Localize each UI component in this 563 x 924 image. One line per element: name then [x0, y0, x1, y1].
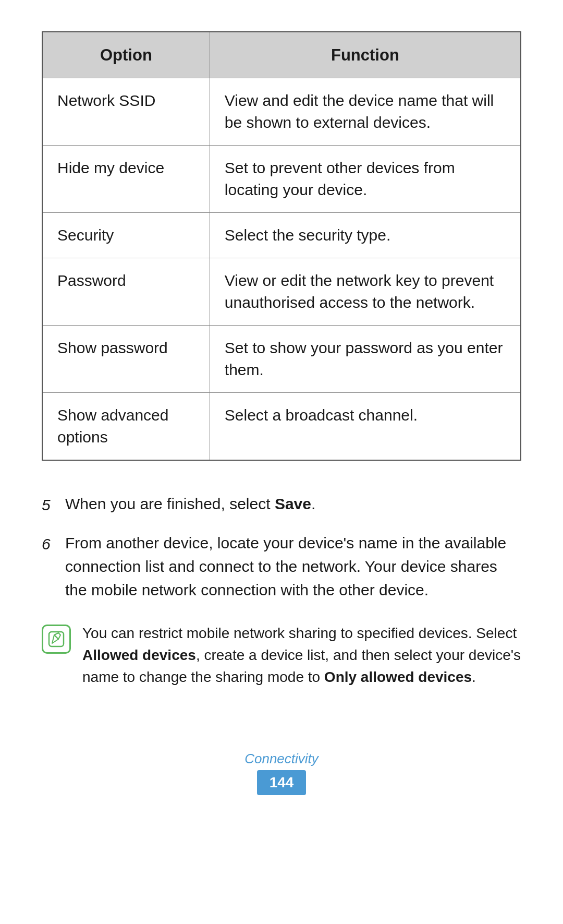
options-table: Option Function Network SSID View and ed… — [42, 31, 521, 461]
footer: Connectivity 144 — [42, 751, 521, 795]
pencil-icon — [47, 630, 66, 649]
table-row: Show password Set to show your password … — [42, 326, 521, 393]
step-5-text: When you are finished, select Save. — [65, 492, 315, 515]
step-number-6: 6 — [42, 531, 65, 556]
option-security: Security — [42, 213, 210, 258]
function-password: View or edit the network key to prevent … — [210, 258, 521, 326]
option-show-advanced: Show advanced options — [42, 393, 210, 461]
option-show-password: Show password — [42, 326, 210, 393]
table-row: Security Select the security type. — [42, 213, 521, 258]
step-number-5: 5 — [42, 492, 65, 517]
note-text: You can restrict mobile network sharing … — [82, 622, 521, 688]
step-6: 6 From another device, locate your devic… — [42, 531, 521, 602]
table-row: Password View or edit the network key to… — [42, 258, 521, 326]
function-show-password: Set to show your password as you enter t… — [210, 326, 521, 393]
function-network-ssid: View and edit the device name that will … — [210, 78, 521, 146]
function-show-advanced: Select a broadcast channel. — [210, 393, 521, 461]
function-hide-my-device: Set to prevent other devices from locati… — [210, 146, 521, 213]
table-row: Hide my device Set to prevent other devi… — [42, 146, 521, 213]
table-row: Show advanced options Select a broadcast… — [42, 393, 521, 461]
note-icon — [42, 625, 71, 654]
note-box: You can restrict mobile network sharing … — [42, 622, 521, 688]
table-header-option: Option — [42, 32, 210, 78]
footer-page-number: 144 — [257, 770, 307, 795]
table-row: Network SSID View and edit the device na… — [42, 78, 521, 146]
option-network-ssid: Network SSID — [42, 78, 210, 146]
steps-section: 5 When you are finished, select Save. 6 … — [42, 492, 521, 602]
option-hide-my-device: Hide my device — [42, 146, 210, 213]
step-6-text: From another device, locate your device'… — [65, 531, 521, 602]
step-5: 5 When you are finished, select Save. — [42, 492, 521, 517]
table-header-function: Function — [210, 32, 521, 78]
footer-label: Connectivity — [42, 751, 521, 767]
function-security: Select the security type. — [210, 213, 521, 258]
option-password: Password — [42, 258, 210, 326]
